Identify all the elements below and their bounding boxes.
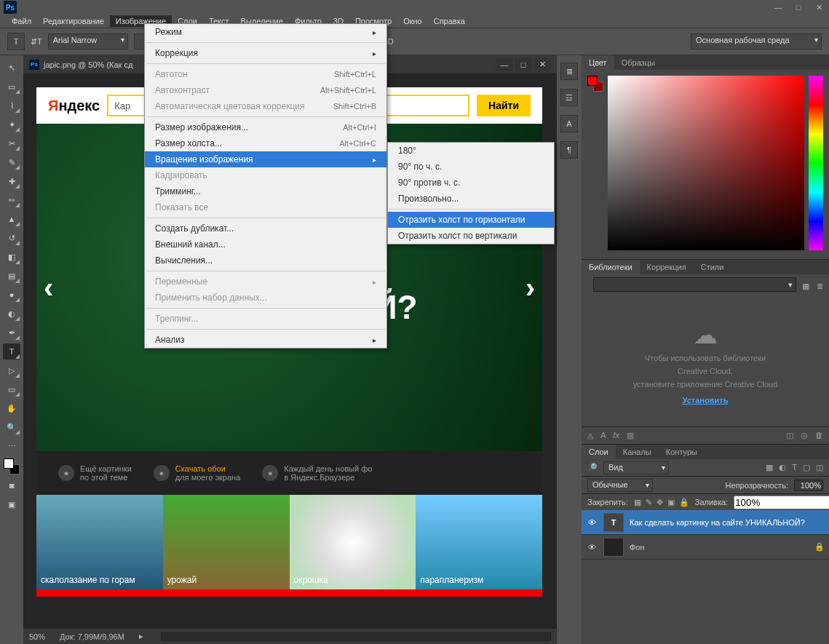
layer-filter-dropdown[interactable]: Вид <box>603 461 669 474</box>
lib-dropdown[interactable] <box>593 277 796 292</box>
submenuitem-180-[interactable]: 180° <box>388 143 554 159</box>
lasso-tool[interactable]: ⌇ <box>3 98 20 114</box>
lock-artboard-icon[interactable]: ▣ <box>667 498 675 507</box>
menu-редактирование[interactable]: Редактирование <box>37 15 110 27</box>
crop-tool[interactable]: ✂ <box>3 135 20 151</box>
type-tool[interactable]: T <box>3 343 20 359</box>
font-family-dropdown[interactable]: Arial Narrow <box>48 33 128 49</box>
tab-swatches[interactable]: Образцы <box>614 55 662 70</box>
hue-bar[interactable] <box>809 76 823 250</box>
brush-tool[interactable]: ✏ <box>3 192 20 208</box>
submenuitem-отразить-холст-по-вертикали[interactable]: Отразить холст по вертикали <box>388 228 554 244</box>
maximize-button[interactable]: □ <box>788 0 809 15</box>
visibility-eye-icon[interactable]: 👁 <box>586 543 598 552</box>
submenuitem-произвольно-[interactable]: Произвольно... <box>388 191 554 207</box>
blend-mode-dropdown[interactable]: Обычные <box>587 479 653 492</box>
visibility-eye-icon[interactable]: 👁 <box>586 518 598 527</box>
tab-channels[interactable]: Каналы <box>616 445 659 459</box>
tab-layers[interactable]: Слои <box>582 445 616 459</box>
edit-toolbar[interactable]: ⋯ <box>3 438 20 454</box>
lock-pixels-icon[interactable]: ▦ <box>634 498 641 507</box>
minimize-button[interactable]: — <box>768 0 788 15</box>
screenmode-toggle[interactable]: ▣ <box>3 496 20 512</box>
properties-panel-icon[interactable]: ☲ <box>560 89 578 106</box>
tab-color[interactable]: Цвет <box>582 55 614 70</box>
lock-brush-icon[interactable]: ✎ <box>646 498 652 507</box>
menuitem-размер-изображения-[interactable]: Размер изображения...Alt+Ctrl+I <box>145 119 386 135</box>
blur-tool[interactable]: ● <box>3 287 20 303</box>
menuitem-режим[interactable]: Режим <box>145 24 386 40</box>
tab-adjustments[interactable]: Коррекция <box>640 260 694 274</box>
filter-type-icon[interactable]: T <box>792 463 797 472</box>
menu-окно[interactable]: Окно <box>397 15 428 27</box>
fx-icon-2[interactable]: A <box>600 431 606 440</box>
panel-swatches[interactable] <box>587 76 603 92</box>
doc-minimize[interactable]: — <box>496 58 513 71</box>
submenuitem-90-против-ч-с-[interactable]: 90° против ч. с. <box>388 175 554 191</box>
zoom-level[interactable]: 50% <box>29 632 45 641</box>
history-panel-icon[interactable]: ≣ <box>560 63 578 80</box>
fill-input[interactable] <box>734 496 829 509</box>
filter-adjust-icon[interactable]: ◐ <box>779 463 786 472</box>
horizontal-scrollbar[interactable] <box>161 632 551 641</box>
install-link[interactable]: Установить <box>683 396 729 405</box>
zoom-tool[interactable]: 🔍 <box>3 419 20 435</box>
menu-справка[interactable]: Справка <box>428 15 471 27</box>
fx-icon-5[interactable]: ◫ <box>786 431 793 440</box>
layer-row[interactable]: 👁Фон🔒 <box>582 535 829 560</box>
tab-styles[interactable]: Стили <box>694 260 731 274</box>
menu-файл[interactable]: Файл <box>6 15 37 27</box>
filter-search-icon[interactable]: 🔎 <box>587 463 598 472</box>
dodge-tool[interactable]: ◐ <box>3 306 20 322</box>
menuitem-внешний-канал-[interactable]: Внешний канал... <box>145 236 386 253</box>
lib-grid-icon[interactable]: ▦ <box>802 282 809 291</box>
fx-icon-1[interactable]: ◬ <box>587 431 593 440</box>
toggle-orientation-icon[interactable]: ⇵T <box>31 37 42 47</box>
quickmask-toggle[interactable]: ◙ <box>3 477 20 493</box>
menuitem-создать-дубликат-[interactable]: Создать дубликат... <box>145 220 386 236</box>
marquee-tool[interactable]: ▭ <box>3 79 20 95</box>
lock-position-icon[interactable]: ✥ <box>657 498 663 507</box>
fx-icon-4[interactable]: ▥ <box>627 431 634 440</box>
workspace-dropdown[interactable]: Основная рабочая среда <box>691 33 822 49</box>
pen-tool[interactable]: ✒ <box>3 325 20 341</box>
filter-shape-icon[interactable]: ▢ <box>803 463 810 472</box>
submenuitem-90-по-ч-с-[interactable]: 90° по ч. с. <box>388 159 554 175</box>
color-swatches[interactable] <box>4 458 20 474</box>
hand-tool[interactable]: ✋ <box>3 400 20 416</box>
status-arrow-icon[interactable]: ▸ <box>139 632 143 641</box>
history-brush-tool[interactable]: ↺ <box>3 230 20 246</box>
tab-libraries[interactable]: Библиотеки <box>582 260 640 274</box>
doc-maximize[interactable]: □ <box>515 58 532 71</box>
menuitem-вращение-изображения[interactable]: Вращение изображения <box>145 151 386 167</box>
menuitem-тримминг-[interactable]: Тримминг... <box>145 183 386 199</box>
eraser-tool[interactable]: ◧ <box>3 249 20 265</box>
lib-list-icon[interactable]: ≣ <box>817 282 823 291</box>
fx-icon-3[interactable]: fx <box>613 431 619 440</box>
gradient-tool[interactable]: ▤ <box>3 268 20 284</box>
doc-close[interactable]: ✕ <box>534 58 551 71</box>
color-field[interactable] <box>608 76 804 250</box>
menuitem-анализ[interactable]: Анализ <box>145 332 386 348</box>
eyedropper-tool[interactable]: ✎ <box>3 154 20 170</box>
path-select-tool[interactable]: ▷ <box>3 362 20 378</box>
filter-smart-icon[interactable]: ◫ <box>816 463 823 472</box>
shape-tool[interactable]: ▭ <box>3 381 20 397</box>
layer-thumbnail[interactable] <box>603 538 624 557</box>
menuitem-вычисления-[interactable]: Вычисления... <box>145 253 386 269</box>
fx-icon-6[interactable]: ◎ <box>801 431 808 440</box>
stamp-tool[interactable]: ▲ <box>3 211 20 227</box>
tab-paths[interactable]: Контуры <box>659 445 705 459</box>
paragraph-panel-icon2[interactable]: ¶ <box>560 141 578 159</box>
lock-all-icon[interactable]: 🔒 <box>679 498 689 507</box>
wand-tool[interactable]: ✦ <box>3 116 20 132</box>
submenuitem-отразить-холст-по-горизонтали[interactable]: Отразить холст по горизонтали <box>388 212 554 228</box>
healing-tool[interactable]: ✚ <box>3 173 20 189</box>
menuitem-размер-холста-[interactable]: Размер холста...Alt+Ctrl+C <box>145 135 386 151</box>
opacity-input[interactable] <box>794 480 823 491</box>
close-button[interactable]: ✕ <box>809 0 829 15</box>
trash-icon[interactable]: 🗑 <box>815 431 823 440</box>
char-panel-icon[interactable]: A <box>560 115 578 132</box>
filter-image-icon[interactable]: ▩ <box>766 463 773 472</box>
move-tool[interactable]: ↖ <box>3 60 20 76</box>
